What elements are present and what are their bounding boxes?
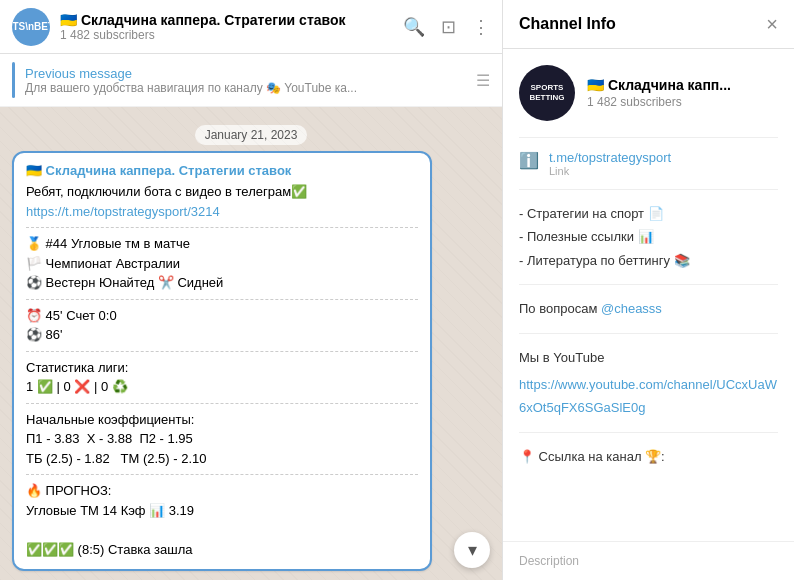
- channel-name: 🇺🇦 Складчина каппера. Стратегии ставок: [60, 12, 393, 28]
- description-section: - Стратегии на спорт 📄 - Полезные ссылки…: [519, 202, 778, 272]
- desc-line-3: - Литература по беттингу 📚: [519, 249, 778, 272]
- contact-label: По вопросам: [519, 301, 597, 316]
- logo-line1: SPORTS: [529, 83, 564, 93]
- prev-message-text: Для вашего удобства навигация по каналу …: [25, 81, 385, 95]
- message-header: 🇺🇦 Складчина каппера. Стратегии ставок: [26, 163, 418, 178]
- panel-header: Channel Info ×: [503, 0, 794, 49]
- top-bar: SPORTS\nBETTING 🇺🇦 Складчина каппера. Ст…: [0, 0, 502, 54]
- footer-description-label: Description: [519, 554, 579, 568]
- close-button[interactable]: ×: [766, 14, 778, 34]
- channel-card-name: 🇺🇦 Складчина капп...: [587, 77, 731, 93]
- footer-section: 📍 Ссылка на канал 🏆:: [519, 445, 778, 468]
- list-icon: ☰: [476, 71, 490, 90]
- link-row: ℹ️ t.me/topstrategysport Link: [519, 150, 778, 177]
- prev-content: Previous message Для вашего удобства нав…: [25, 66, 466, 95]
- message-link[interactable]: https://t.me/topstrategysport/3214: [26, 204, 220, 219]
- right-panel: Channel Info × SPORTS BETTING 🇺🇦 Складчи…: [502, 0, 794, 580]
- channel-logo: SPORTS BETTING: [519, 65, 575, 121]
- divider4: [519, 333, 778, 334]
- message-bubble: 🇺🇦 Складчина каппера. Стратегии ставок Р…: [12, 151, 432, 571]
- footer-label: 📍 Ссылка на канал 🏆:: [519, 445, 778, 468]
- link-content: t.me/topstrategysport Link: [549, 150, 671, 177]
- channel-card-subscribers: 1 482 subscribers: [587, 95, 731, 109]
- scroll-down-button[interactable]: ▾: [454, 532, 490, 568]
- desc-line-1: - Стратегии на спорт 📄: [519, 202, 778, 225]
- date-badge: January 21, 2023: [8, 125, 494, 143]
- left-panel: SPORTS\nBETTING 🇺🇦 Складчина каппера. Ст…: [0, 0, 502, 580]
- desc-line-2: - Полезные ссылки 📊: [519, 225, 778, 248]
- prev-accent: [12, 62, 15, 98]
- chat-area[interactable]: January 21, 2023 🇺🇦 Складчина каппера. С…: [0, 107, 502, 580]
- link-label: Link: [549, 165, 671, 177]
- channel-info: 🇺🇦 Складчина каппера. Стратегии ставок 1…: [60, 12, 393, 42]
- channel-card-info: 🇺🇦 Складчина капп... 1 482 subscribers: [587, 77, 731, 109]
- channel-link[interactable]: t.me/topstrategysport: [549, 150, 671, 165]
- youtube-label: Мы в YouTube: [519, 346, 778, 369]
- prev-message-label: Previous message: [25, 66, 466, 81]
- youtube-section: Мы в YouTube https://www.youtube.com/cha…: [519, 346, 778, 420]
- logo-line2: BETTING: [529, 93, 564, 103]
- expand-icon[interactable]: ⊡: [441, 16, 456, 38]
- channel-card: SPORTS BETTING 🇺🇦 Складчина капп... 1 48…: [519, 65, 778, 121]
- panel-footer: Description: [503, 541, 794, 580]
- divider3: [519, 284, 778, 285]
- youtube-link[interactable]: https://www.youtube.com/channel/UCcxUaW6…: [519, 377, 777, 415]
- info-icon: ℹ️: [519, 151, 539, 170]
- channel-subscribers: 1 482 subscribers: [60, 28, 393, 42]
- channel-avatar: SPORTS\nBETTING: [12, 8, 50, 46]
- panel-title: Channel Info: [519, 15, 616, 33]
- divider2: [519, 189, 778, 190]
- previous-message-bar[interactable]: Previous message Для вашего удобства нав…: [0, 54, 502, 107]
- search-icon[interactable]: 🔍: [403, 16, 425, 38]
- divider5: [519, 432, 778, 433]
- top-bar-icons: 🔍 ⊡ ⋮: [403, 16, 490, 38]
- contact-section: По вопросам @cheasss: [519, 297, 778, 320]
- message-body: Ребят, подключили бота с видео в телегра…: [26, 182, 418, 559]
- contact-handle[interactable]: @cheasss: [601, 301, 662, 316]
- more-icon[interactable]: ⋮: [472, 16, 490, 38]
- panel-body: SPORTS BETTING 🇺🇦 Складчина капп... 1 48…: [503, 49, 794, 541]
- divider: [519, 137, 778, 138]
